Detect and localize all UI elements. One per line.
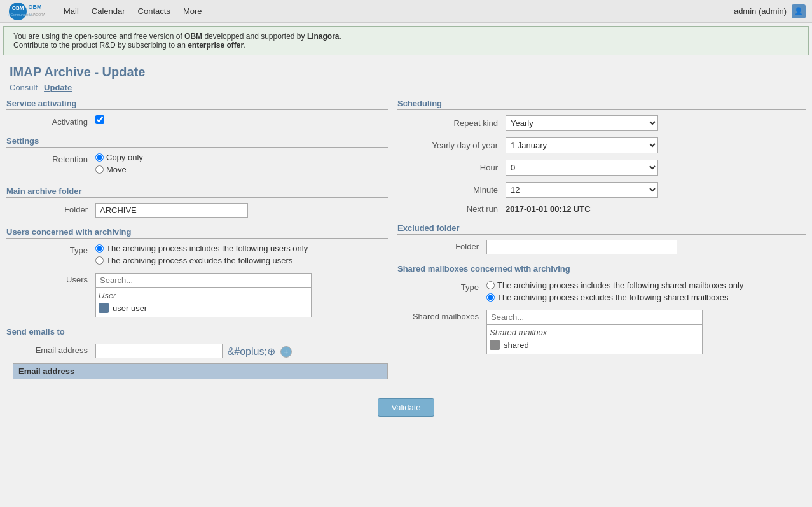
- repeat-kind-label: Repeat kind: [404, 118, 506, 128]
- nav-calendar[interactable]: Calendar: [92, 6, 125, 16]
- users-search-row: Users User user user: [6, 273, 388, 317]
- user-list-header: User: [99, 291, 308, 302]
- yearly-day-row: Yearly day of year 1 January: [397, 137, 806, 153]
- hour-select[interactable]: 01234567891011121314151617181920212223: [506, 160, 658, 176]
- svg-text:OBM: OBM: [11, 5, 24, 11]
- nav-mail[interactable]: Mail: [64, 6, 79, 16]
- email-table-wrapper: Email address: [6, 363, 388, 379]
- shared-type-label: Type: [404, 281, 486, 292]
- excluded-folder-section: Excluded folder Folder: [397, 223, 806, 254]
- hour-row: Hour 01234567891011121314151617181920212…: [397, 160, 806, 176]
- shared-type-row: Type The archiving process includes the …: [397, 281, 806, 305]
- validate-section: Validate: [0, 389, 812, 426]
- shared-includes-option: The archiving process includes the follo…: [486, 281, 806, 290]
- service-activating-title: Service activating: [6, 99, 388, 110]
- hour-label: Hour: [404, 163, 506, 172]
- email-input[interactable]: [95, 344, 223, 358]
- excluded-folder-value: [486, 240, 806, 254]
- users-concerned-title: Users concerned with archiving: [6, 227, 388, 239]
- scheduling-title: Scheduling: [397, 99, 806, 110]
- validate-button[interactable]: Validate: [378, 398, 434, 417]
- send-emails-section: Send emails to Email address &#oplus;⊕ +…: [6, 327, 388, 379]
- minute-row: Minute 061218243036424854: [397, 182, 806, 198]
- users-includes-option: The archiving process includes the follo…: [95, 244, 388, 253]
- svg-text:by UNAGORA: by UNAGORA: [25, 13, 46, 17]
- email-row: Email address &#oplus;⊕ +: [6, 344, 388, 358]
- settings-section: Settings Retention Copy only Move: [6, 136, 388, 177]
- right-column: Scheduling Repeat kind YearlyMonthlyWeek…: [397, 99, 806, 389]
- users-type-row: Type The archiving process includes the …: [6, 244, 388, 268]
- main-archive-folder-title: Main archive folder: [6, 186, 388, 198]
- shared-icon: [490, 340, 500, 350]
- move-option: Move: [95, 165, 388, 174]
- users-type-value: The archiving process includes the follo…: [95, 244, 388, 268]
- shared-excludes-option: The archiving process excludes the follo…: [486, 293, 806, 302]
- tab-consult[interactable]: Consult: [10, 83, 38, 92]
- logo: OBM Free Communication OBM by UNAGORA: [6, 1, 51, 22]
- banner-text: You are using the open-source and free v…: [13, 32, 341, 50]
- shared-excludes-radio[interactable]: [486, 293, 495, 302]
- email-label: Email address: [13, 344, 95, 355]
- shared-list-header: Shared mailbox: [490, 328, 699, 338]
- users-concerned-section: Users concerned with archiving Type The …: [6, 227, 388, 317]
- add-email-btn[interactable]: +: [280, 346, 292, 358]
- copy-only-option: Copy only: [95, 153, 388, 162]
- tab-update[interactable]: Update: [44, 83, 72, 92]
- next-run-value: 2017-01-01 00:12 UTC: [506, 204, 591, 214]
- header-right: admin (admin) 👤: [734, 4, 806, 18]
- excluded-folder-title: Excluded folder: [397, 223, 806, 235]
- excluded-folder-label: Folder: [404, 240, 486, 251]
- retention-row: Retention Copy only Move: [6, 153, 388, 177]
- email-table-header: Email address: [13, 364, 388, 379]
- activating-label: Activating: [13, 115, 95, 127]
- folder-input[interactable]: [95, 203, 248, 218]
- admin-text: admin (admin): [734, 6, 787, 16]
- nav-more[interactable]: More: [183, 6, 202, 16]
- activating-checkbox[interactable]: [95, 115, 104, 124]
- folder-value: [95, 203, 388, 218]
- user-item: user user: [99, 302, 308, 314]
- service-activating-section: Service activating Activating: [6, 99, 388, 127]
- yearly-day-select[interactable]: 1 January: [506, 137, 658, 153]
- repeat-kind-row: Repeat kind YearlyMonthlyWeeklyDaily: [397, 115, 806, 131]
- shared-includes-label: The archiving process includes the follo…: [497, 281, 743, 290]
- minute-select[interactable]: 061218243036424854: [506, 182, 658, 198]
- shared-includes-radio[interactable]: [486, 281, 495, 289]
- nav-contacts[interactable]: Contacts: [138, 6, 170, 16]
- page-title: IMAP Archive - Update: [0, 59, 812, 83]
- copy-only-radio[interactable]: [95, 153, 104, 162]
- shared-excludes-label: The archiving process excludes the follo…: [497, 293, 728, 302]
- shared-search-value: Shared mailbox shared: [486, 310, 806, 354]
- admin-icon: 👤: [792, 4, 806, 18]
- shared-item: shared: [490, 338, 699, 351]
- main-archive-folder-section: Main archive folder Folder: [6, 186, 388, 218]
- retention-label: Retention: [13, 153, 95, 164]
- retention-value: Copy only Move: [95, 153, 388, 177]
- email-table: Email address: [13, 363, 388, 379]
- shared-mailboxes-label: Shared mailboxes: [404, 310, 486, 321]
- add-email-button[interactable]: &#oplus;⊕: [228, 345, 275, 358]
- email-field-value: &#oplus;⊕ +: [95, 344, 388, 358]
- shared-item-label: shared: [504, 340, 529, 350]
- users-excludes-radio[interactable]: [95, 256, 104, 265]
- repeat-kind-select[interactable]: YearlyMonthlyWeeklyDaily: [506, 115, 658, 131]
- shared-search-row: Shared mailboxes Shared mailbox shared: [397, 310, 806, 354]
- copy-only-label: Copy only: [106, 153, 143, 162]
- folder-label: Folder: [13, 203, 95, 214]
- users-search-value: User user user: [95, 273, 388, 317]
- next-run-label: Next run: [404, 204, 506, 214]
- content: Service activating Activating Settings R…: [0, 99, 812, 389]
- excluded-folder-row: Folder: [397, 240, 806, 254]
- users-includes-label: The archiving process includes the follo…: [106, 244, 308, 253]
- send-emails-title: Send emails to: [6, 327, 388, 338]
- move-radio[interactable]: [95, 165, 104, 174]
- shared-search-input[interactable]: [486, 310, 703, 324]
- yearly-day-label: Yearly day of year: [404, 141, 506, 150]
- users-excludes-label: The archiving process excludes the follo…: [106, 256, 292, 265]
- users-search-input[interactable]: [95, 273, 312, 288]
- header: OBM Free Communication OBM by UNAGORA Ma…: [0, 0, 812, 23]
- folder-row: Folder: [6, 203, 388, 218]
- users-includes-radio[interactable]: [95, 244, 104, 253]
- excluded-folder-input[interactable]: [486, 240, 677, 254]
- left-column: Service activating Activating Settings R…: [6, 99, 388, 389]
